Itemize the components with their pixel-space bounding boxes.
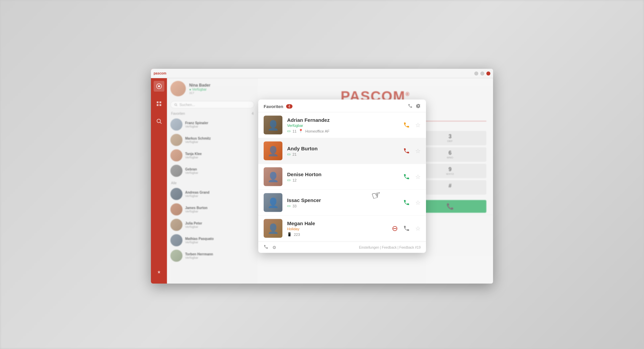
contact-extension: 11 [292, 129, 297, 133]
contact-location: Homeoffice AF [305, 129, 329, 133]
user-avatar [170, 81, 186, 96]
svg-rect-2 [157, 101, 158, 103]
contact-meta: 📱 223 [287, 232, 387, 237]
user-name: Nina Bader [189, 83, 254, 88]
call-button-denise[interactable] [401, 171, 412, 182]
call-button-adrian[interactable] [401, 120, 412, 131]
section-header-favorites: Favoriten 4 [167, 110, 258, 117]
svg-point-8 [175, 104, 177, 106]
contact-list: Franz Spinaler Verfügbar Markus Schmitz … [167, 117, 258, 179]
contact-avatar: 👤 [264, 116, 282, 135]
contact-name: Adrian Fernandez [287, 117, 396, 123]
popup-footer: ⚙ Einstellungen | Feedback | Feedback #1… [258, 242, 426, 253]
contact-name: Andy Burton [287, 146, 396, 151]
star-button-adrian[interactable]: ☆ [415, 121, 421, 129]
favorites-popup: Favoriten 4 👤 Adrian Fernandez Verfügbar [258, 100, 426, 253]
window-controls [474, 71, 490, 76]
dnd-icon-megan: ⊖ [392, 224, 398, 233]
user-status-text: ● Verfügbar [189, 88, 254, 91]
contact-actions: ☆ [401, 146, 421, 156]
contact-extension: 21 [292, 152, 297, 156]
extension-icon: ▭ [287, 178, 290, 182]
section-header-all: Alle [167, 180, 258, 186]
contact-meta: ▭ 11 📍 Homeoffice AF [287, 129, 396, 133]
list-item[interactable]: James Burton Verfügbar [167, 202, 258, 217]
contact-name: Megan Hale [287, 220, 387, 226]
footer-phone-icon[interactable] [264, 245, 268, 250]
call-button-andy[interactable] [401, 146, 412, 156]
contact-status: Verfügbar [287, 123, 396, 128]
call-button-megan[interactable] [401, 223, 412, 234]
popup-title: Favoriten [264, 104, 283, 109]
footer-status: Einstellungen | Feedback | Feedback #19 [280, 246, 421, 249]
maximize-button[interactable] [480, 71, 484, 76]
list-item[interactable]: Markus Schmitz Verfügbar [167, 132, 258, 148]
popup-count: 4 [286, 104, 293, 109]
sidebar-item-search[interactable] [154, 116, 164, 127]
app-logo: pascom [154, 71, 166, 75]
user-extension: 317 [189, 91, 254, 95]
list-item[interactable]: Tanja Klee Verfügbar [167, 148, 258, 163]
contact-details: Denise Horton ▭ 12 [287, 171, 396, 182]
contact-row-denise[interactable]: 👤 Denise Horton ▭ 12 ☆ [258, 164, 426, 190]
contact-avatar: 👤 [264, 219, 282, 238]
contact-details: Issac Spencer ▭ 33 [287, 197, 396, 208]
list-item[interactable]: Andreas Grand Verfügbar [167, 186, 258, 202]
title-bar: pascom [151, 69, 493, 78]
sidebar-item-home[interactable] [154, 81, 164, 92]
minimize-button[interactable] [474, 71, 478, 76]
contact-row-adrian[interactable]: 👤 Adrian Fernandez Verfügbar ▭ 11 📍 Home… [258, 112, 426, 138]
close-button[interactable] [486, 71, 490, 76]
popup-phone-icon[interactable] [408, 104, 413, 109]
svg-rect-3 [160, 101, 161, 103]
contact-meta: ▭ 21 [287, 152, 396, 156]
contact-meta: ▭ 33 [287, 204, 396, 208]
list-item[interactable]: Gebran Verfügbar [167, 163, 258, 179]
contact-extension: 33 [292, 204, 297, 208]
contact-avatar: 👤 [264, 193, 282, 212]
star-button-megan[interactable]: ☆ [415, 225, 421, 232]
popup-header: Favoriten 4 [258, 100, 426, 112]
search-bar[interactable]: Suchen... [170, 101, 254, 108]
popup-settings-icon[interactable] [416, 104, 421, 109]
contact-row-issac[interactable]: 👤 Issac Spencer ▭ 33 ☆ [258, 190, 426, 216]
location-icon: 📍 [299, 129, 303, 133]
svg-rect-5 [160, 104, 161, 106]
sidebar-item-contacts[interactable] [154, 98, 164, 109]
popup-header-icons [408, 104, 421, 109]
star-button-andy[interactable]: ☆ [415, 147, 421, 155]
contact-status-holiday: Holiday [287, 227, 387, 231]
star-button-issac[interactable]: ☆ [415, 199, 421, 206]
user-info: Nina Bader ● Verfügbar 317 [189, 83, 254, 95]
contact-avatar: 👤 [264, 167, 282, 186]
footer-settings-icon[interactable]: ⚙ [272, 245, 276, 250]
contact-name: Denise Horton [287, 171, 396, 177]
contact-details: Adrian Fernandez Verfügbar ▭ 11 📍 Homeof… [287, 117, 396, 133]
contact-actions: ☆ [401, 120, 421, 131]
contact-details: Megan Hale Holiday 📱 223 [287, 220, 387, 237]
search-placeholder: Suchen... [179, 103, 195, 107]
svg-line-7 [160, 122, 161, 123]
list-item[interactable]: Julia Peter Verfügbar [167, 217, 258, 233]
list-item[interactable]: Torben Herrmann Verfügbar [167, 248, 258, 263]
list-item[interactable]: Mathias Pasquato Verfügbar [167, 233, 258, 248]
svg-line-9 [176, 105, 177, 106]
extension-icon: ▭ [287, 204, 290, 208]
contact-extension: 12 [292, 178, 297, 182]
contact-extension: 223 [294, 232, 300, 236]
call-button-issac[interactable] [401, 197, 412, 208]
contact-actions: ☆ [401, 197, 421, 208]
contact-row-megan[interactable]: 👤 Megan Hale Holiday 📱 223 ⊖ ☆ [258, 216, 426, 242]
phone-icon: 📱 [287, 232, 292, 237]
svg-rect-4 [157, 104, 158, 106]
star-button-denise[interactable]: ☆ [415, 173, 421, 181]
list-item[interactable]: Franz Spinaler Verfügbar [167, 117, 258, 132]
sidebar-item-settings[interactable] [154, 267, 164, 278]
contact-list-panel: Nina Bader ● Verfügbar 317 Suchen... Fav… [167, 69, 258, 284]
contact-actions: ☆ [401, 171, 421, 182]
user-header: Nina Bader ● Verfügbar 317 [167, 78, 258, 99]
sidebar [151, 69, 167, 284]
contact-row-andy[interactable]: 👤 Andy Burton ▭ 21 ☆ [258, 138, 426, 164]
contact-meta: ▭ 12 [287, 178, 396, 182]
svg-point-1 [158, 85, 160, 87]
